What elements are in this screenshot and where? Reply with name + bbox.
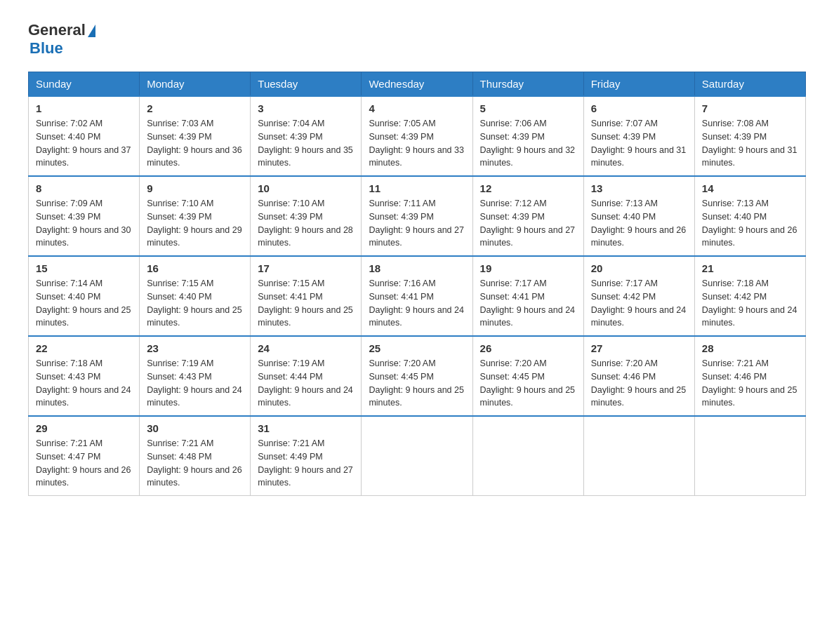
day-info: Sunrise: 7:20 AMSunset: 4:45 PMDaylight:… xyxy=(369,357,465,410)
calendar-cell: 21Sunrise: 7:18 AMSunset: 4:42 PMDayligh… xyxy=(694,256,805,336)
day-number: 6 xyxy=(591,102,687,114)
header-monday: Monday xyxy=(140,72,251,97)
calendar-cell: 2Sunrise: 7:03 AMSunset: 4:39 PMDaylight… xyxy=(140,96,251,176)
day-info: Sunrise: 7:07 AMSunset: 4:39 PMDaylight:… xyxy=(591,117,687,170)
day-info: Sunrise: 7:19 AMSunset: 4:43 PMDaylight:… xyxy=(147,357,243,410)
day-number: 4 xyxy=(369,102,465,114)
day-info: Sunrise: 7:05 AMSunset: 4:39 PMDaylight:… xyxy=(369,117,465,170)
day-number: 26 xyxy=(480,342,576,354)
day-number: 28 xyxy=(702,342,798,354)
calendar-week-row: 15Sunrise: 7:14 AMSunset: 4:40 PMDayligh… xyxy=(29,256,806,336)
day-number: 30 xyxy=(147,422,243,434)
calendar-table: SundayMondayTuesdayWednesdayThursdayFrid… xyxy=(28,72,806,496)
day-number: 21 xyxy=(702,262,798,274)
calendar-cell: 3Sunrise: 7:04 AMSunset: 4:39 PMDaylight… xyxy=(251,96,362,176)
day-info: Sunrise: 7:17 AMSunset: 4:42 PMDaylight:… xyxy=(591,277,687,330)
header-sunday: Sunday xyxy=(29,72,140,97)
day-number: 17 xyxy=(258,262,354,274)
day-number: 12 xyxy=(480,182,576,194)
logo-blue-text: Blue xyxy=(29,39,95,58)
day-info: Sunrise: 7:09 AMSunset: 4:39 PMDaylight:… xyxy=(36,197,132,250)
day-info: Sunrise: 7:21 AMSunset: 4:47 PMDaylight:… xyxy=(36,437,132,490)
calendar-cell xyxy=(694,416,805,496)
day-info: Sunrise: 7:02 AMSunset: 4:40 PMDaylight:… xyxy=(36,117,132,170)
logo-general-text: General xyxy=(28,21,86,39)
page-header: General Blue xyxy=(28,21,806,58)
header-wednesday: Wednesday xyxy=(362,72,472,97)
calendar-cell: 11Sunrise: 7:11 AMSunset: 4:39 PMDayligh… xyxy=(362,176,472,256)
calendar-header-row: SundayMondayTuesdayWednesdayThursdayFrid… xyxy=(29,72,806,97)
day-info: Sunrise: 7:10 AMSunset: 4:39 PMDaylight:… xyxy=(258,197,354,250)
header-thursday: Thursday xyxy=(472,72,583,97)
calendar-cell xyxy=(583,416,694,496)
day-number: 20 xyxy=(591,262,687,274)
header-tuesday: Tuesday xyxy=(251,72,362,97)
calendar-cell: 12Sunrise: 7:12 AMSunset: 4:39 PMDayligh… xyxy=(472,176,583,256)
calendar-cell: 10Sunrise: 7:10 AMSunset: 4:39 PMDayligh… xyxy=(251,176,362,256)
logo: General Blue xyxy=(28,21,95,58)
calendar-cell: 5Sunrise: 7:06 AMSunset: 4:39 PMDaylight… xyxy=(472,96,583,176)
calendar-cell: 9Sunrise: 7:10 AMSunset: 4:39 PMDaylight… xyxy=(140,176,251,256)
day-number: 15 xyxy=(36,262,132,274)
header-saturday: Saturday xyxy=(694,72,805,97)
calendar-cell: 25Sunrise: 7:20 AMSunset: 4:45 PMDayligh… xyxy=(362,336,472,416)
calendar-cell: 7Sunrise: 7:08 AMSunset: 4:39 PMDaylight… xyxy=(694,96,805,176)
day-info: Sunrise: 7:21 AMSunset: 4:46 PMDaylight:… xyxy=(702,357,798,410)
logo-arrow-icon xyxy=(88,25,95,37)
calendar-cell: 26Sunrise: 7:20 AMSunset: 4:45 PMDayligh… xyxy=(472,336,583,416)
day-number: 11 xyxy=(369,182,465,194)
calendar-cell: 6Sunrise: 7:07 AMSunset: 4:39 PMDaylight… xyxy=(583,96,694,176)
day-info: Sunrise: 7:08 AMSunset: 4:39 PMDaylight:… xyxy=(702,117,798,170)
calendar-cell: 30Sunrise: 7:21 AMSunset: 4:48 PMDayligh… xyxy=(140,416,251,496)
day-info: Sunrise: 7:15 AMSunset: 4:40 PMDaylight:… xyxy=(147,277,243,330)
day-number: 7 xyxy=(702,102,798,114)
day-info: Sunrise: 7:06 AMSunset: 4:39 PMDaylight:… xyxy=(480,117,576,170)
calendar-cell: 4Sunrise: 7:05 AMSunset: 4:39 PMDaylight… xyxy=(362,96,472,176)
calendar-cell: 22Sunrise: 7:18 AMSunset: 4:43 PMDayligh… xyxy=(29,336,140,416)
calendar-cell: 14Sunrise: 7:13 AMSunset: 4:40 PMDayligh… xyxy=(694,176,805,256)
calendar-cell: 20Sunrise: 7:17 AMSunset: 4:42 PMDayligh… xyxy=(583,256,694,336)
calendar-cell: 31Sunrise: 7:21 AMSunset: 4:49 PMDayligh… xyxy=(251,416,362,496)
calendar-cell: 23Sunrise: 7:19 AMSunset: 4:43 PMDayligh… xyxy=(140,336,251,416)
day-number: 5 xyxy=(480,102,576,114)
day-info: Sunrise: 7:03 AMSunset: 4:39 PMDaylight:… xyxy=(147,117,243,170)
calendar-cell: 1Sunrise: 7:02 AMSunset: 4:40 PMDaylight… xyxy=(29,96,140,176)
calendar-cell: 28Sunrise: 7:21 AMSunset: 4:46 PMDayligh… xyxy=(694,336,805,416)
calendar-cell: 19Sunrise: 7:17 AMSunset: 4:41 PMDayligh… xyxy=(472,256,583,336)
day-number: 23 xyxy=(147,342,243,354)
calendar-cell: 29Sunrise: 7:21 AMSunset: 4:47 PMDayligh… xyxy=(29,416,140,496)
day-info: Sunrise: 7:14 AMSunset: 4:40 PMDaylight:… xyxy=(36,277,132,330)
day-number: 18 xyxy=(369,262,465,274)
day-number: 25 xyxy=(369,342,465,354)
day-number: 9 xyxy=(147,182,243,194)
day-info: Sunrise: 7:18 AMSunset: 4:42 PMDaylight:… xyxy=(702,277,798,330)
header-friday: Friday xyxy=(583,72,694,97)
day-number: 3 xyxy=(258,102,354,114)
day-info: Sunrise: 7:21 AMSunset: 4:49 PMDaylight:… xyxy=(258,437,354,490)
day-number: 13 xyxy=(591,182,687,194)
calendar-cell: 15Sunrise: 7:14 AMSunset: 4:40 PMDayligh… xyxy=(29,256,140,336)
day-number: 16 xyxy=(147,262,243,274)
calendar-cell: 16Sunrise: 7:15 AMSunset: 4:40 PMDayligh… xyxy=(140,256,251,336)
day-info: Sunrise: 7:13 AMSunset: 4:40 PMDaylight:… xyxy=(591,197,687,250)
day-number: 24 xyxy=(258,342,354,354)
calendar-cell: 8Sunrise: 7:09 AMSunset: 4:39 PMDaylight… xyxy=(29,176,140,256)
day-info: Sunrise: 7:04 AMSunset: 4:39 PMDaylight:… xyxy=(258,117,354,170)
calendar-cell: 18Sunrise: 7:16 AMSunset: 4:41 PMDayligh… xyxy=(362,256,472,336)
day-info: Sunrise: 7:12 AMSunset: 4:39 PMDaylight:… xyxy=(480,197,576,250)
day-info: Sunrise: 7:16 AMSunset: 4:41 PMDaylight:… xyxy=(369,277,465,330)
calendar-week-row: 29Sunrise: 7:21 AMSunset: 4:47 PMDayligh… xyxy=(29,416,806,496)
day-number: 29 xyxy=(36,422,132,434)
calendar-cell xyxy=(472,416,583,496)
day-info: Sunrise: 7:20 AMSunset: 4:46 PMDaylight:… xyxy=(591,357,687,410)
day-info: Sunrise: 7:15 AMSunset: 4:41 PMDaylight:… xyxy=(258,277,354,330)
day-info: Sunrise: 7:20 AMSunset: 4:45 PMDaylight:… xyxy=(480,357,576,410)
day-number: 10 xyxy=(258,182,354,194)
day-info: Sunrise: 7:19 AMSunset: 4:44 PMDaylight:… xyxy=(258,357,354,410)
day-info: Sunrise: 7:13 AMSunset: 4:40 PMDaylight:… xyxy=(702,197,798,250)
day-info: Sunrise: 7:11 AMSunset: 4:39 PMDaylight:… xyxy=(369,197,465,250)
calendar-week-row: 22Sunrise: 7:18 AMSunset: 4:43 PMDayligh… xyxy=(29,336,806,416)
day-number: 14 xyxy=(702,182,798,194)
calendar-cell: 27Sunrise: 7:20 AMSunset: 4:46 PMDayligh… xyxy=(583,336,694,416)
day-number: 27 xyxy=(591,342,687,354)
